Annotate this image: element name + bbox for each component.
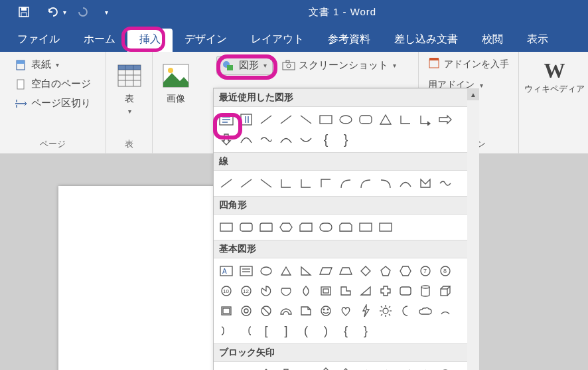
arrow-ud[interactable]: [317, 365, 335, 370]
basic-rtri[interactable]: [297, 262, 315, 280]
rect-9[interactable]: [376, 218, 395, 236]
basic-hex[interactable]: [396, 262, 415, 280]
tab-review[interactable]: 校閲: [470, 29, 515, 52]
image-button[interactable]: 画像: [161, 57, 190, 105]
line-2[interactable]: [237, 174, 256, 193]
line-curve-2[interactable]: [356, 174, 375, 193]
tab-layout[interactable]: レイアウト: [239, 29, 316, 52]
arrow-l[interactable]: [237, 365, 256, 370]
line-curve-1[interactable]: [336, 174, 355, 193]
basic-oval[interactable]: [257, 262, 275, 280]
basic-bolt[interactable]: [356, 302, 375, 320]
tab-references[interactable]: 参考資料: [316, 29, 382, 52]
shapes-button[interactable]: 図形▾: [216, 56, 273, 75]
shape-textbox[interactable]: [217, 110, 236, 129]
rect-4[interactable]: [277, 218, 295, 236]
basic-brace-r[interactable]: }: [356, 322, 375, 340]
basic-cross[interactable]: [376, 282, 395, 300]
basic-trap[interactable]: [336, 262, 355, 280]
basic-brace-l[interactable]: {: [336, 322, 355, 340]
basic-noentry[interactable]: [257, 302, 275, 320]
arrow-d[interactable]: [277, 365, 295, 370]
basic-bevel[interactable]: [217, 302, 236, 320]
scrollbar[interactable]: ▲: [467, 88, 479, 370]
line-elbow-1[interactable]: [277, 174, 295, 193]
undo-icon[interactable]: [46, 5, 60, 19]
basic-diamond[interactable]: [356, 262, 375, 280]
basic-arc2[interactable]: [436, 302, 455, 320]
basic-lshape[interactable]: [336, 282, 355, 300]
tab-file[interactable]: ファイル: [5, 29, 72, 52]
arrow-more3[interactable]: [396, 365, 415, 370]
line-arc[interactable]: [396, 174, 415, 193]
rect-7[interactable]: [336, 218, 355, 236]
basic-para[interactable]: [317, 262, 335, 280]
save-icon[interactable]: [17, 5, 31, 19]
arrow-more2[interactable]: [376, 365, 395, 370]
basic-plaque[interactable]: [396, 282, 415, 300]
rect-1[interactable]: [217, 218, 236, 236]
basic-paren-r[interactable]: ): [317, 322, 335, 340]
basic-hept[interactable]: 7: [416, 262, 435, 280]
shape-brace-left[interactable]: {: [317, 130, 335, 149]
shape-line-arrow[interactable]: [277, 110, 295, 129]
shape-oval[interactable]: [336, 110, 355, 129]
line-elbow-2[interactable]: [297, 174, 315, 193]
line-freeform[interactable]: [416, 174, 435, 193]
basic-cloud[interactable]: [416, 302, 435, 320]
arrow-u[interactable]: [257, 365, 275, 370]
basic-10[interactable]: 10: [217, 282, 236, 300]
basic-fold[interactable]: [297, 302, 315, 320]
basic-sun[interactable]: [376, 302, 395, 320]
shape-line-curved[interactable]: [297, 110, 315, 129]
line-1[interactable]: [217, 174, 236, 193]
basic-oct[interactable]: 8: [436, 262, 455, 280]
basic-paren-l[interactable]: (: [297, 322, 315, 340]
tab-mailings[interactable]: 差し込み文書: [382, 29, 470, 52]
line-elbow-3[interactable]: [317, 174, 335, 193]
rect-8[interactable]: [356, 218, 375, 236]
basic-12[interactable]: 12: [237, 282, 256, 300]
arrow-lr[interactable]: [297, 365, 315, 370]
basic-frame[interactable]: [317, 282, 335, 300]
basic-tear[interactable]: [297, 282, 315, 300]
basic-diag[interactable]: [356, 282, 375, 300]
cover-page-button[interactable]: 表紙▾: [12, 57, 62, 72]
scroll-track[interactable]: [467, 100, 479, 370]
basic-smile[interactable]: [317, 302, 335, 320]
screenshot-button[interactable]: スクリーンショット▾: [279, 56, 399, 75]
basic-textbox1[interactable]: A: [217, 262, 236, 280]
shape-wave2[interactable]: [257, 130, 275, 149]
tab-view[interactable]: 表示: [515, 29, 560, 52]
rect-3[interactable]: [257, 218, 275, 236]
basic-can[interactable]: [416, 282, 435, 300]
blank-page-button[interactable]: 空白のページ: [12, 76, 94, 92]
shape-curve[interactable]: [297, 130, 315, 149]
shape-arrow-down[interactable]: [217, 130, 236, 149]
shape-arc[interactable]: [277, 130, 295, 149]
basic-donut[interactable]: [237, 302, 256, 320]
page-break-button[interactable]: ページ区切り: [12, 96, 94, 111]
wikipedia-button[interactable]: W ウィキペディア: [524, 58, 585, 95]
shape-elbow-arrow[interactable]: [416, 110, 435, 129]
rect-5[interactable]: [297, 218, 315, 236]
line-scribble[interactable]: [436, 174, 455, 193]
basic-bracket-l[interactable]: [: [257, 322, 275, 340]
shape-rect[interactable]: [317, 110, 335, 129]
scroll-up-icon[interactable]: ▲: [467, 88, 479, 100]
basic-textbox2[interactable]: [237, 262, 256, 280]
basic-moon[interactable]: [396, 302, 415, 320]
shape-elbow[interactable]: [396, 110, 415, 129]
line-curve-3[interactable]: [376, 174, 395, 193]
basic-br2[interactable]: [237, 322, 256, 340]
rect-6[interactable]: [317, 218, 335, 236]
basic-cube[interactable]: [436, 282, 455, 300]
shape-triangle[interactable]: [376, 110, 395, 129]
arrow-bent[interactable]: [416, 365, 435, 370]
arrow-uturn[interactable]: [436, 365, 455, 370]
basic-pie[interactable]: [257, 282, 275, 300]
basic-bracket-r[interactable]: ]: [277, 322, 295, 340]
basic-blockarc[interactable]: [277, 302, 295, 320]
tab-design[interactable]: デザイン: [173, 29, 239, 52]
basic-tri[interactable]: [277, 262, 295, 280]
